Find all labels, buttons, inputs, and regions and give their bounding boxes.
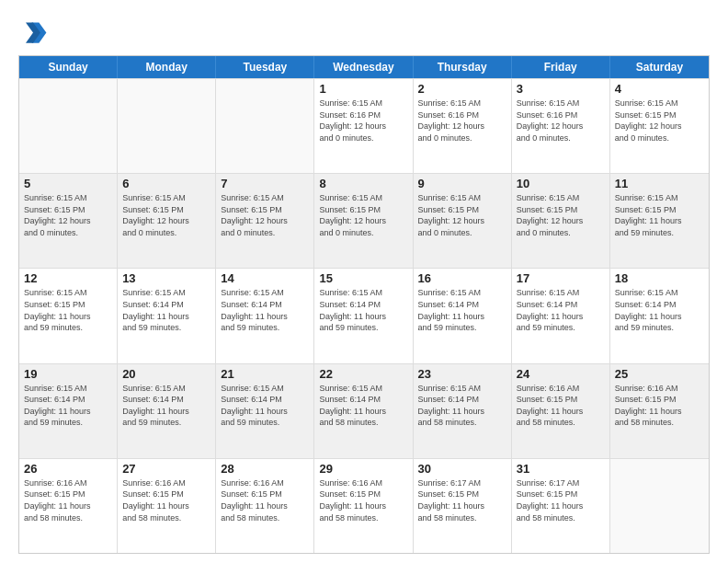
day-info: Sunrise: 6:16 AMSunset: 6:15 PMDaylight:… xyxy=(122,477,210,523)
day-cell: 23Sunrise: 6:15 AMSunset: 6:14 PMDayligh… xyxy=(414,364,512,458)
day-cell: 7Sunrise: 6:15 AMSunset: 6:15 PMDaylight… xyxy=(216,174,314,268)
day-info: Sunrise: 6:15 AMSunset: 6:16 PMDaylight:… xyxy=(517,98,605,144)
day-info: Sunrise: 6:15 AMSunset: 6:14 PMDaylight:… xyxy=(319,383,407,429)
empty-cell xyxy=(19,79,118,173)
day-number: 3 xyxy=(517,82,605,96)
day-cell: 28Sunrise: 6:16 AMSunset: 6:15 PMDayligh… xyxy=(216,459,314,553)
day-number: 2 xyxy=(418,82,506,96)
day-number: 28 xyxy=(221,462,309,476)
day-info: Sunrise: 6:16 AMSunset: 6:15 PMDaylight:… xyxy=(221,477,309,523)
day-number: 25 xyxy=(615,367,704,381)
day-number: 23 xyxy=(418,367,506,381)
weekday-header: Monday xyxy=(118,56,216,78)
calendar-row: 19Sunrise: 6:15 AMSunset: 6:14 PMDayligh… xyxy=(19,363,709,458)
weekday-header: Tuesday xyxy=(216,56,314,78)
header xyxy=(18,17,710,46)
day-number: 5 xyxy=(24,177,112,190)
day-cell: 1Sunrise: 6:15 AMSunset: 6:16 PMDaylight… xyxy=(314,79,413,173)
day-info: Sunrise: 6:15 AMSunset: 6:16 PMDaylight:… xyxy=(319,98,407,144)
weekday-header: Wednesday xyxy=(314,56,413,78)
day-info: Sunrise: 6:15 AMSunset: 6:15 PMDaylight:… xyxy=(24,287,112,333)
day-cell: 29Sunrise: 6:16 AMSunset: 6:15 PMDayligh… xyxy=(314,459,413,553)
day-info: Sunrise: 6:15 AMSunset: 6:14 PMDaylight:… xyxy=(615,287,704,333)
weekday-header: Sunday xyxy=(19,56,118,78)
day-number: 27 xyxy=(122,462,210,476)
empty-cell xyxy=(216,79,314,173)
day-info: Sunrise: 6:15 AMSunset: 6:15 PMDaylight:… xyxy=(517,192,605,238)
day-cell: 9Sunrise: 6:15 AMSunset: 6:15 PMDaylight… xyxy=(414,174,512,268)
day-info: Sunrise: 6:15 AMSunset: 6:14 PMDaylight:… xyxy=(24,383,112,429)
day-info: Sunrise: 6:15 AMSunset: 6:15 PMDaylight:… xyxy=(418,192,506,238)
day-cell: 30Sunrise: 6:17 AMSunset: 6:15 PMDayligh… xyxy=(414,459,512,553)
day-cell: 5Sunrise: 6:15 AMSunset: 6:15 PMDaylight… xyxy=(19,174,118,268)
day-info: Sunrise: 6:15 AMSunset: 6:14 PMDaylight:… xyxy=(517,287,605,333)
day-cell: 19Sunrise: 6:15 AMSunset: 6:14 PMDayligh… xyxy=(19,364,118,458)
day-number: 22 xyxy=(319,367,407,381)
day-number: 21 xyxy=(221,367,309,381)
calendar-header: SundayMondayTuesdayWednesdayThursdayFrid… xyxy=(19,56,709,78)
calendar-body: 1Sunrise: 6:15 AMSunset: 6:16 PMDaylight… xyxy=(19,78,709,553)
day-cell: 4Sunrise: 6:15 AMSunset: 6:15 PMDaylight… xyxy=(610,79,709,173)
day-info: Sunrise: 6:15 AMSunset: 6:15 PMDaylight:… xyxy=(615,98,704,144)
day-number: 12 xyxy=(24,271,112,285)
day-info: Sunrise: 6:17 AMSunset: 6:15 PMDaylight:… xyxy=(418,477,506,523)
day-number: 14 xyxy=(221,271,309,285)
day-cell: 15Sunrise: 6:15 AMSunset: 6:14 PMDayligh… xyxy=(314,269,413,362)
weekday-header: Saturday xyxy=(610,56,709,78)
day-info: Sunrise: 6:15 AMSunset: 6:15 PMDaylight:… xyxy=(122,192,210,238)
day-cell: 2Sunrise: 6:15 AMSunset: 6:16 PMDaylight… xyxy=(414,79,512,173)
day-cell: 11Sunrise: 6:15 AMSunset: 6:15 PMDayligh… xyxy=(610,174,709,268)
day-cell: 27Sunrise: 6:16 AMSunset: 6:15 PMDayligh… xyxy=(118,459,216,553)
day-cell: 18Sunrise: 6:15 AMSunset: 6:14 PMDayligh… xyxy=(610,269,709,362)
day-info: Sunrise: 6:15 AMSunset: 6:15 PMDaylight:… xyxy=(615,192,704,238)
day-cell: 13Sunrise: 6:15 AMSunset: 6:14 PMDayligh… xyxy=(118,269,216,362)
page: SundayMondayTuesdayWednesdayThursdayFrid… xyxy=(0,0,728,563)
day-cell: 14Sunrise: 6:15 AMSunset: 6:14 PMDayligh… xyxy=(216,269,314,362)
empty-cell xyxy=(118,79,216,173)
calendar: SundayMondayTuesdayWednesdayThursdayFrid… xyxy=(18,55,710,554)
day-number: 8 xyxy=(319,177,407,190)
day-cell: 25Sunrise: 6:16 AMSunset: 6:15 PMDayligh… xyxy=(610,364,709,458)
day-info: Sunrise: 6:15 AMSunset: 6:16 PMDaylight:… xyxy=(418,98,506,144)
day-number: 18 xyxy=(615,271,704,285)
logo xyxy=(18,17,51,46)
empty-cell xyxy=(610,459,709,553)
day-cell: 6Sunrise: 6:15 AMSunset: 6:15 PMDaylight… xyxy=(118,174,216,268)
day-info: Sunrise: 6:15 AMSunset: 6:14 PMDaylight:… xyxy=(418,287,506,333)
day-cell: 10Sunrise: 6:15 AMSunset: 6:15 PMDayligh… xyxy=(512,174,610,268)
day-number: 30 xyxy=(418,462,506,476)
day-info: Sunrise: 6:16 AMSunset: 6:15 PMDaylight:… xyxy=(24,477,112,523)
day-number: 13 xyxy=(122,271,210,285)
day-info: Sunrise: 6:16 AMSunset: 6:15 PMDaylight:… xyxy=(517,383,605,429)
day-number: 19 xyxy=(24,367,112,381)
weekday-header: Friday xyxy=(512,56,610,78)
day-cell: 17Sunrise: 6:15 AMSunset: 6:14 PMDayligh… xyxy=(512,269,610,362)
day-number: 20 xyxy=(122,367,210,381)
day-info: Sunrise: 6:15 AMSunset: 6:14 PMDaylight:… xyxy=(319,287,407,333)
day-cell: 20Sunrise: 6:15 AMSunset: 6:14 PMDayligh… xyxy=(118,364,216,458)
day-cell: 24Sunrise: 6:16 AMSunset: 6:15 PMDayligh… xyxy=(512,364,610,458)
day-number: 29 xyxy=(319,462,407,476)
day-number: 26 xyxy=(24,462,112,476)
weekday-header: Thursday xyxy=(414,56,512,78)
day-cell: 21Sunrise: 6:15 AMSunset: 6:14 PMDayligh… xyxy=(216,364,314,458)
day-info: Sunrise: 6:15 AMSunset: 6:14 PMDaylight:… xyxy=(122,383,210,429)
day-cell: 31Sunrise: 6:17 AMSunset: 6:15 PMDayligh… xyxy=(512,459,610,553)
day-cell: 12Sunrise: 6:15 AMSunset: 6:15 PMDayligh… xyxy=(19,269,118,362)
day-info: Sunrise: 6:15 AMSunset: 6:14 PMDaylight:… xyxy=(122,287,210,333)
day-number: 7 xyxy=(221,177,309,190)
day-number: 24 xyxy=(517,367,605,381)
day-number: 15 xyxy=(319,271,407,285)
day-cell: 22Sunrise: 6:15 AMSunset: 6:14 PMDayligh… xyxy=(314,364,413,458)
day-number: 31 xyxy=(517,462,605,476)
day-cell: 3Sunrise: 6:15 AMSunset: 6:16 PMDaylight… xyxy=(512,79,610,173)
day-info: Sunrise: 6:15 AMSunset: 6:14 PMDaylight:… xyxy=(221,287,309,333)
day-number: 10 xyxy=(517,177,605,190)
day-number: 16 xyxy=(418,271,506,285)
calendar-row: 12Sunrise: 6:15 AMSunset: 6:15 PMDayligh… xyxy=(19,268,709,362)
day-number: 6 xyxy=(122,177,210,190)
logo-icon xyxy=(18,17,48,46)
day-info: Sunrise: 6:15 AMSunset: 6:14 PMDaylight:… xyxy=(418,383,506,429)
day-number: 1 xyxy=(319,82,407,96)
day-info: Sunrise: 6:17 AMSunset: 6:15 PMDaylight:… xyxy=(517,477,605,523)
